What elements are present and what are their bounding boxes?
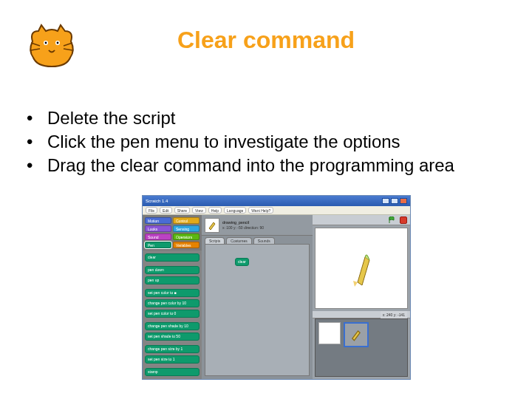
minimize-icon[interactable]: [382, 198, 389, 204]
tab-scripts[interactable]: Scripts: [205, 237, 225, 244]
stage-pane: x: 240 y: -141: [313, 215, 410, 379]
block-setsize[interactable]: set pen size to 1: [145, 355, 200, 364]
tab-costumes[interactable]: Costumes: [226, 237, 252, 244]
block-palette: Motion Control Looks Sensing Sound Opera…: [143, 215, 202, 379]
window-title: Scratch 1.4: [146, 199, 168, 203]
scripts-pane: drawing_pencil x: 100 y: -50 direction: …: [202, 215, 313, 379]
stop-icon[interactable]: [400, 216, 407, 224]
stage[interactable]: [315, 228, 408, 309]
sprite-thumbnail-icon[interactable]: [205, 218, 219, 233]
block-setshade[interactable]: set pen shade to 50: [145, 332, 200, 341]
close-icon[interactable]: [400, 198, 407, 204]
block-setcolor[interactable]: set pen color to ■: [145, 289, 200, 297]
category-motion[interactable]: Motion: [145, 217, 171, 224]
pen-block-list: clear pen down pen up set pen color to ■…: [143, 250, 202, 379]
block-setcolornum[interactable]: set pen color to 0: [145, 310, 200, 318]
tabs: Scripts Costumes Sounds: [202, 236, 313, 244]
mouse-coordinates: x: 240 y: -141: [381, 311, 407, 318]
category-control[interactable]: Control: [173, 217, 200, 224]
sprite-panel: [315, 318, 408, 377]
menu-item[interactable]: Language: [224, 207, 246, 214]
placed-block-clear[interactable]: clear: [235, 258, 249, 266]
sprite-header: drawing_pencil x: 100 y: -50 direction: …: [202, 215, 313, 236]
block-clear[interactable]: clear: [145, 253, 200, 262]
category-sensing[interactable]: Sensing: [173, 225, 200, 232]
tab-sounds[interactable]: Sounds: [253, 237, 275, 244]
block-changecolor[interactable]: change pen color by 10: [145, 299, 200, 307]
bullet-list: •Delete the script •Click the pen menu t…: [27, 107, 505, 178]
block-stamp[interactable]: stamp: [145, 368, 200, 376]
menu-item[interactable]: Share: [174, 207, 190, 214]
block-changeshade[interactable]: change pen shade by 10: [145, 322, 200, 330]
scratch-screenshot: Scratch 1.4 File Edit Share View Help La…: [142, 195, 411, 380]
pencil-sprite-icon: [352, 250, 371, 287]
stage-controls: [313, 215, 410, 225]
category-looks[interactable]: Looks: [145, 225, 171, 232]
block-pendown[interactable]: pen down: [145, 266, 200, 274]
window-titlebar: Scratch 1.4: [143, 196, 410, 206]
menu-bar: File Edit Share View Help Language Want …: [143, 206, 410, 215]
category-variables[interactable]: Variables: [173, 242, 200, 248]
list-item: •Delete the script: [27, 107, 505, 129]
maximize-icon[interactable]: [391, 198, 398, 204]
sprite-name: drawing_pencil: [222, 220, 264, 225]
list-item: •Drag the clear command into the program…: [27, 154, 505, 177]
block-changesize[interactable]: change pen size by 1: [145, 345, 200, 353]
green-flag-icon[interactable]: [388, 216, 395, 224]
menu-item[interactable]: Edit: [160, 207, 172, 214]
sprite-info: x: 100 y: -50 direction: 90: [222, 225, 264, 231]
category-sound[interactable]: Sound: [145, 233, 171, 240]
list-item: •Click the pen menu to investigate the o…: [27, 131, 505, 153]
category-pen[interactable]: Pen: [145, 242, 171, 248]
sprite-thumbnail[interactable]: [344, 322, 369, 347]
menu-item[interactable]: View: [192, 207, 206, 214]
menu-item[interactable]: File: [146, 207, 157, 214]
slide-title: Clear command: [0, 27, 532, 54]
category-grid: Motion Control Looks Sensing Sound Opera…: [143, 215, 202, 250]
stage-thumbnail[interactable]: [318, 322, 341, 344]
script-area[interactable]: clear: [205, 244, 310, 376]
menu-item[interactable]: Want Help?: [248, 207, 273, 214]
category-operators[interactable]: Operators: [173, 233, 200, 240]
menu-item[interactable]: Help: [208, 207, 222, 214]
block-penup[interactable]: pen up: [145, 276, 200, 284]
